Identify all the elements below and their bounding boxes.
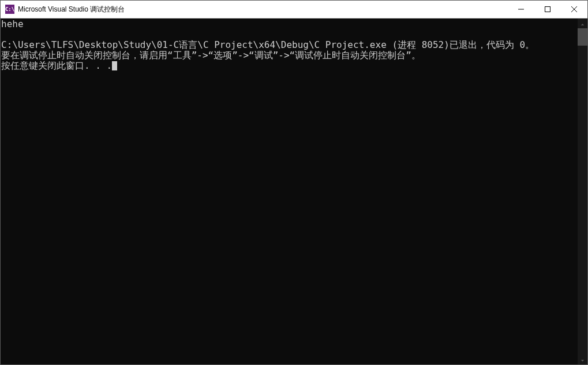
chevron-up-icon: [580, 18, 585, 29]
console-line: hehe: [1, 18, 24, 29]
close-button[interactable]: [561, 1, 587, 18]
close-icon: [571, 5, 577, 14]
maximize-button[interactable]: [534, 1, 561, 18]
console-line: 要在调试停止时自动关闭控制台，请启用“工具”->“选项”->“调试”->“调试停…: [1, 50, 421, 61]
vertical-scrollbar[interactable]: [578, 18, 587, 364]
maximize-icon: [545, 5, 550, 14]
console-line: C:\Users\TLFS\Desktop\Study\01-C语言\C Pro…: [1, 39, 534, 50]
app-icon: C:\: [5, 5, 14, 14]
scroll-up-button[interactable]: [578, 18, 587, 28]
titlebar: C:\ Microsoft Visual Studio 调试控制台: [1, 1, 587, 18]
text-cursor: [112, 61, 117, 70]
chevron-down-icon: [580, 355, 585, 365]
svg-rect-1: [545, 6, 550, 12]
scroll-down-button[interactable]: [578, 355, 587, 364]
console-wrap: hehe C:\Users\TLFS\Desktop\Study\01-C语言\…: [1, 18, 587, 364]
console-output[interactable]: hehe C:\Users\TLFS\Desktop\Study\01-C语言\…: [1, 18, 578, 364]
window-title: Microsoft Visual Studio 调试控制台: [18, 5, 508, 14]
scrollbar-thumb[interactable]: [578, 28, 587, 46]
console-line: 按任意键关闭此窗口. . .: [1, 60, 112, 71]
minimize-button[interactable]: [508, 1, 534, 18]
window-controls: [508, 1, 587, 18]
minimize-icon: [518, 5, 524, 14]
